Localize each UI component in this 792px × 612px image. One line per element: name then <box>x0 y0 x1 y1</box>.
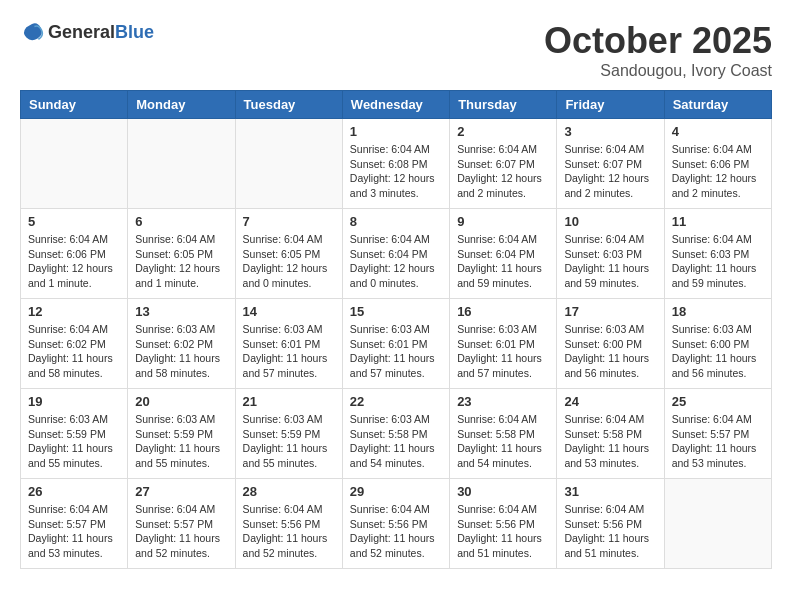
day-number: 12 <box>28 304 120 319</box>
calendar-cell: 14Sunrise: 6:03 AM Sunset: 6:01 PM Dayli… <box>235 299 342 389</box>
day-info: Sunrise: 6:03 AM Sunset: 5:59 PM Dayligh… <box>243 412 335 471</box>
day-number: 25 <box>672 394 764 409</box>
day-info: Sunrise: 6:04 AM Sunset: 6:07 PM Dayligh… <box>564 142 656 201</box>
calendar-cell: 25Sunrise: 6:04 AM Sunset: 5:57 PM Dayli… <box>664 389 771 479</box>
day-info: Sunrise: 6:04 AM Sunset: 5:56 PM Dayligh… <box>350 502 442 561</box>
calendar-cell: 26Sunrise: 6:04 AM Sunset: 5:57 PM Dayli… <box>21 479 128 569</box>
week-row-3: 12Sunrise: 6:04 AM Sunset: 6:02 PM Dayli… <box>21 299 772 389</box>
calendar-cell: 4Sunrise: 6:04 AM Sunset: 6:06 PM Daylig… <box>664 119 771 209</box>
day-info: Sunrise: 6:04 AM Sunset: 6:05 PM Dayligh… <box>243 232 335 291</box>
day-number: 10 <box>564 214 656 229</box>
week-row-2: 5Sunrise: 6:04 AM Sunset: 6:06 PM Daylig… <box>21 209 772 299</box>
calendar-cell: 8Sunrise: 6:04 AM Sunset: 6:04 PM Daylig… <box>342 209 449 299</box>
calendar-cell: 1Sunrise: 6:04 AM Sunset: 6:08 PM Daylig… <box>342 119 449 209</box>
day-number: 16 <box>457 304 549 319</box>
day-info: Sunrise: 6:03 AM Sunset: 6:01 PM Dayligh… <box>350 322 442 381</box>
calendar-cell: 22Sunrise: 6:03 AM Sunset: 5:58 PM Dayli… <box>342 389 449 479</box>
day-number: 20 <box>135 394 227 409</box>
day-number: 22 <box>350 394 442 409</box>
calendar-cell: 17Sunrise: 6:03 AM Sunset: 6:00 PM Dayli… <box>557 299 664 389</box>
weekday-tuesday: Tuesday <box>235 91 342 119</box>
day-info: Sunrise: 6:04 AM Sunset: 5:56 PM Dayligh… <box>564 502 656 561</box>
calendar-cell: 16Sunrise: 6:03 AM Sunset: 6:01 PM Dayli… <box>450 299 557 389</box>
day-info: Sunrise: 6:04 AM Sunset: 5:57 PM Dayligh… <box>135 502 227 561</box>
calendar-cell: 21Sunrise: 6:03 AM Sunset: 5:59 PM Dayli… <box>235 389 342 479</box>
day-info: Sunrise: 6:03 AM Sunset: 6:01 PM Dayligh… <box>243 322 335 381</box>
location-title: Sandougou, Ivory Coast <box>544 62 772 80</box>
calendar-cell: 27Sunrise: 6:04 AM Sunset: 5:57 PM Dayli… <box>128 479 235 569</box>
calendar-cell: 15Sunrise: 6:03 AM Sunset: 6:01 PM Dayli… <box>342 299 449 389</box>
week-row-5: 26Sunrise: 6:04 AM Sunset: 5:57 PM Dayli… <box>21 479 772 569</box>
day-info: Sunrise: 6:04 AM Sunset: 6:04 PM Dayligh… <box>350 232 442 291</box>
weekday-thursday: Thursday <box>450 91 557 119</box>
day-number: 15 <box>350 304 442 319</box>
calendar-cell: 30Sunrise: 6:04 AM Sunset: 5:56 PM Dayli… <box>450 479 557 569</box>
day-info: Sunrise: 6:03 AM Sunset: 6:02 PM Dayligh… <box>135 322 227 381</box>
day-number: 31 <box>564 484 656 499</box>
calendar-cell <box>664 479 771 569</box>
day-info: Sunrise: 6:04 AM Sunset: 6:04 PM Dayligh… <box>457 232 549 291</box>
day-number: 9 <box>457 214 549 229</box>
day-info: Sunrise: 6:04 AM Sunset: 6:05 PM Dayligh… <box>135 232 227 291</box>
day-number: 11 <box>672 214 764 229</box>
day-info: Sunrise: 6:04 AM Sunset: 6:02 PM Dayligh… <box>28 322 120 381</box>
day-number: 23 <box>457 394 549 409</box>
logo-blue: Blue <box>115 22 154 42</box>
day-info: Sunrise: 6:03 AM Sunset: 5:59 PM Dayligh… <box>135 412 227 471</box>
week-row-1: 1Sunrise: 6:04 AM Sunset: 6:08 PM Daylig… <box>21 119 772 209</box>
day-info: Sunrise: 6:04 AM Sunset: 5:58 PM Dayligh… <box>564 412 656 471</box>
logo-general: General <box>48 22 115 42</box>
day-info: Sunrise: 6:04 AM Sunset: 6:03 PM Dayligh… <box>672 232 764 291</box>
calendar-cell: 7Sunrise: 6:04 AM Sunset: 6:05 PM Daylig… <box>235 209 342 299</box>
calendar-cell: 13Sunrise: 6:03 AM Sunset: 6:02 PM Dayli… <box>128 299 235 389</box>
calendar-cell: 31Sunrise: 6:04 AM Sunset: 5:56 PM Dayli… <box>557 479 664 569</box>
logo-text: GeneralBlue <box>48 22 154 43</box>
day-number: 18 <box>672 304 764 319</box>
calendar-table: SundayMondayTuesdayWednesdayThursdayFrid… <box>20 90 772 569</box>
day-number: 30 <box>457 484 549 499</box>
day-info: Sunrise: 6:04 AM Sunset: 5:57 PM Dayligh… <box>672 412 764 471</box>
calendar-cell <box>21 119 128 209</box>
day-number: 2 <box>457 124 549 139</box>
calendar-cell: 18Sunrise: 6:03 AM Sunset: 6:00 PM Dayli… <box>664 299 771 389</box>
day-info: Sunrise: 6:03 AM Sunset: 6:00 PM Dayligh… <box>564 322 656 381</box>
calendar-cell: 20Sunrise: 6:03 AM Sunset: 5:59 PM Dayli… <box>128 389 235 479</box>
day-info: Sunrise: 6:04 AM Sunset: 5:57 PM Dayligh… <box>28 502 120 561</box>
calendar-cell: 24Sunrise: 6:04 AM Sunset: 5:58 PM Dayli… <box>557 389 664 479</box>
weekday-friday: Friday <box>557 91 664 119</box>
calendar-cell: 5Sunrise: 6:04 AM Sunset: 6:06 PM Daylig… <box>21 209 128 299</box>
day-info: Sunrise: 6:04 AM Sunset: 5:58 PM Dayligh… <box>457 412 549 471</box>
day-number: 21 <box>243 394 335 409</box>
day-number: 4 <box>672 124 764 139</box>
day-number: 7 <box>243 214 335 229</box>
weekday-wednesday: Wednesday <box>342 91 449 119</box>
day-number: 17 <box>564 304 656 319</box>
day-number: 14 <box>243 304 335 319</box>
page-header: GeneralBlue October 2025 Sandougou, Ivor… <box>20 20 772 80</box>
calendar-cell: 29Sunrise: 6:04 AM Sunset: 5:56 PM Dayli… <box>342 479 449 569</box>
weekday-saturday: Saturday <box>664 91 771 119</box>
day-number: 27 <box>135 484 227 499</box>
day-info: Sunrise: 6:04 AM Sunset: 6:06 PM Dayligh… <box>28 232 120 291</box>
day-number: 6 <box>135 214 227 229</box>
day-info: Sunrise: 6:04 AM Sunset: 5:56 PM Dayligh… <box>457 502 549 561</box>
day-info: Sunrise: 6:03 AM Sunset: 6:00 PM Dayligh… <box>672 322 764 381</box>
day-info: Sunrise: 6:03 AM Sunset: 6:01 PM Dayligh… <box>457 322 549 381</box>
day-number: 24 <box>564 394 656 409</box>
title-area: October 2025 Sandougou, Ivory Coast <box>544 20 772 80</box>
calendar-cell: 6Sunrise: 6:04 AM Sunset: 6:05 PM Daylig… <box>128 209 235 299</box>
calendar-cell: 11Sunrise: 6:04 AM Sunset: 6:03 PM Dayli… <box>664 209 771 299</box>
calendar-cell: 19Sunrise: 6:03 AM Sunset: 5:59 PM Dayli… <box>21 389 128 479</box>
month-title: October 2025 <box>544 20 772 62</box>
day-number: 3 <box>564 124 656 139</box>
calendar-cell: 2Sunrise: 6:04 AM Sunset: 6:07 PM Daylig… <box>450 119 557 209</box>
calendar-cell: 12Sunrise: 6:04 AM Sunset: 6:02 PM Dayli… <box>21 299 128 389</box>
calendar-cell: 23Sunrise: 6:04 AM Sunset: 5:58 PM Dayli… <box>450 389 557 479</box>
day-info: Sunrise: 6:04 AM Sunset: 6:07 PM Dayligh… <box>457 142 549 201</box>
day-number: 5 <box>28 214 120 229</box>
day-info: Sunrise: 6:04 AM Sunset: 6:03 PM Dayligh… <box>564 232 656 291</box>
weekday-monday: Monday <box>128 91 235 119</box>
calendar-cell <box>128 119 235 209</box>
day-info: Sunrise: 6:04 AM Sunset: 6:08 PM Dayligh… <box>350 142 442 201</box>
logo-icon <box>20 20 44 44</box>
